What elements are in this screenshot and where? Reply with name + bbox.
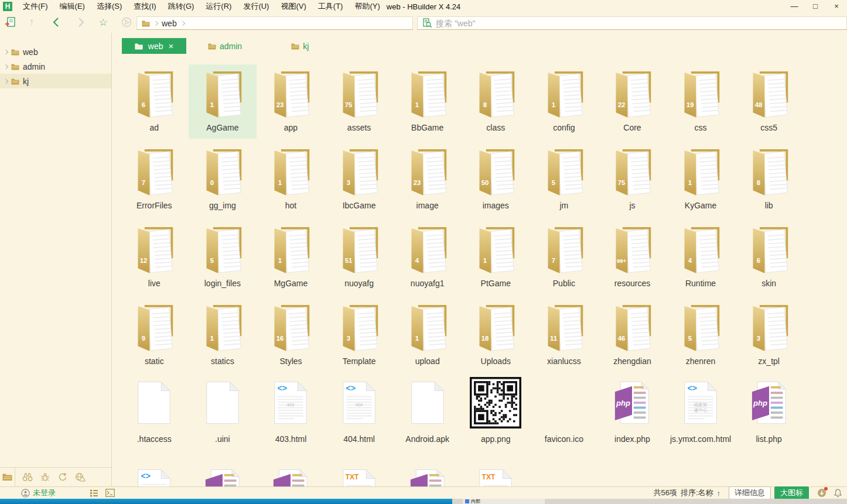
menu-item[interactable]: 选择(S) — [91, 0, 128, 13]
folder-item-config[interactable]: 1 config — [530, 64, 599, 139]
file-item-partial[interactable]: <> — [120, 464, 189, 486]
folder-item-upload[interactable]: 1 upload — [393, 298, 462, 372]
folder-item-IbcGame[interactable]: 3 IbcGame — [325, 142, 394, 217]
file-item-partial[interactable]: php — [393, 464, 462, 486]
breadcrumb-path[interactable]: web — [162, 19, 177, 28]
file-item-index.php[interactable]: php index.php — [598, 376, 667, 450]
folder-item-live[interactable]: 12 live — [120, 220, 189, 294]
menu-item[interactable]: 跳转(G) — [162, 0, 200, 13]
file-item-404.html[interactable]: <> 404 404.html — [325, 376, 394, 450]
menu-item[interactable]: 工具(T) — [312, 0, 349, 13]
menu-item[interactable]: 帮助(Y) — [349, 0, 385, 13]
folder-item-app[interactable]: 23 app — [257, 64, 325, 139]
tab-close-icon[interactable]: × — [168, 42, 173, 50]
up-arrow-icon[interactable]: ↑ — [25, 15, 39, 29]
sidebar-tree-item-web[interactable]: web — [0, 44, 111, 59]
file-item-partial[interactable]: php — [257, 464, 325, 486]
file-item-partial[interactable]: TXT — [462, 464, 530, 486]
search-input[interactable] — [436, 19, 811, 28]
refresh-icon[interactable] — [54, 468, 71, 486]
file-item-favicon.ico[interactable]: favicon.ico — [530, 376, 599, 450]
folder-item-nuoyafg[interactable]: 51 nuoyafg — [325, 220, 394, 294]
menu-item[interactable]: 视图(V) — [275, 0, 312, 13]
search-box[interactable] — [417, 16, 847, 30]
web-preview-globe-icon[interactable] — [71, 468, 89, 486]
taskbar-item[interactable]: 内部 — [463, 499, 545, 504]
folder-item-ad[interactable]: 6 ad — [120, 64, 189, 139]
folder-item-zx_tpl[interactable]: 3 zx_tpl — [735, 298, 803, 372]
sort-direction-arrow[interactable]: ↑ — [717, 489, 721, 498]
folder-item-Core[interactable]: 22 Core — [598, 64, 667, 139]
forward-icon[interactable] — [74, 15, 88, 29]
breadcrumb[interactable]: web — [136, 16, 413, 30]
folder-item-login_files[interactable]: 5 login_files — [189, 220, 257, 294]
large-icon-view-button[interactable]: 大图标 — [774, 486, 809, 499]
file-item-app.png[interactable]: app.png — [462, 376, 530, 450]
folder-item-gg_img[interactable]: 0 gg_img — [189, 142, 257, 217]
folder-item-zhengdian[interactable]: 46 zhengdian — [598, 298, 667, 372]
file-item-Android.apk[interactable]: Android.apk — [393, 376, 462, 450]
menu-item[interactable]: 发行(U) — [237, 0, 275, 13]
folder-item-css5[interactable]: 48 css5 — [735, 64, 803, 139]
file-item-.htaccess[interactable]: .htaccess — [120, 376, 189, 450]
new-file-icon[interactable] — [4, 15, 18, 29]
terminal-icon[interactable] — [105, 489, 115, 497]
project-explorer-icon[interactable] — [0, 468, 15, 486]
folder-item-Public[interactable]: 7 Public — [530, 220, 599, 294]
maximize-button[interactable]: □ — [805, 0, 826, 13]
sort-label[interactable]: 排序:名称 — [681, 488, 713, 498]
folder-item-Runtime[interactable]: 4 Runtime — [667, 220, 735, 294]
bell-icon[interactable] — [834, 489, 842, 498]
file-item-js.ymxt.com.html[interactable]: <> 线路加 速中心 js.ymxt.com.html — [667, 376, 735, 450]
folder-item-class[interactable]: 8 class — [462, 64, 530, 139]
folder-item-hot[interactable]: 1 hot — [257, 142, 325, 217]
folder-item-resources[interactable]: 99+ resources — [598, 220, 667, 294]
chevron-right-icon[interactable] — [4, 49, 8, 54]
folder-item-AgGame[interactable]: 1 AgGame — [189, 64, 257, 139]
file-item-.uini[interactable]: .uini — [189, 376, 257, 450]
file-item-403.html[interactable]: <> 403 403.html — [257, 376, 325, 450]
chevron-right-icon[interactable] — [4, 78, 8, 83]
update-notification-icon[interactable] — [817, 488, 826, 498]
folder-item-lib[interactable]: 8 lib — [735, 142, 803, 217]
tab-admin[interactable]: admin — [208, 38, 242, 54]
folder-item-Styles[interactable]: 16 Styles — [257, 298, 325, 372]
folder-item-xianlucss[interactable]: 11 xianlucss — [530, 298, 599, 372]
file-item-partial[interactable]: TXT — [325, 464, 394, 486]
menu-item[interactable]: 运行(R) — [200, 0, 237, 13]
menu-item[interactable]: 文件(F) — [17, 0, 54, 13]
run-icon[interactable] — [119, 15, 134, 29]
tab-kj[interactable]: kj — [291, 38, 309, 54]
folder-item-skin[interactable]: 6 skin — [735, 220, 803, 294]
search-binoculars-icon[interactable] — [19, 468, 36, 486]
folder-item-BbGame[interactable]: 1 BbGame — [393, 64, 462, 139]
tab-web[interactable]: web × — [122, 38, 186, 54]
list-view-icon[interactable] — [90, 489, 98, 497]
folder-item-nuoyafg1[interactable]: 4 nuoyafg1 — [393, 220, 462, 294]
menu-item[interactable]: 查找(I) — [128, 0, 162, 13]
folder-item-css[interactable]: 19 css — [667, 64, 735, 139]
folder-item-ErrorFiles[interactable]: 7 ErrorFiles — [120, 142, 189, 217]
folder-item-jm[interactable]: 5 jm — [530, 142, 599, 217]
chevron-right-icon[interactable] — [4, 64, 8, 68]
folder-item-Template[interactable]: 3 Template — [325, 298, 394, 372]
debug-bug-icon[interactable] — [36, 468, 54, 486]
menu-item[interactable]: 编辑(E) — [54, 0, 91, 13]
detail-view-button[interactable]: 详细信息 — [729, 486, 771, 499]
folder-item-static[interactable]: 9 static — [120, 298, 189, 372]
sidebar-tree-item-admin[interactable]: admin — [0, 59, 111, 74]
folder-item-image[interactable]: 23 image — [393, 142, 462, 217]
file-item-list.php[interactable]: php list.php — [735, 376, 803, 450]
favorite-star-icon[interactable]: ☆ — [96, 15, 110, 29]
folder-item-PtGame[interactable]: 1 PtGame — [462, 220, 530, 294]
back-icon[interactable] — [49, 15, 63, 29]
folder-item-statics[interactable]: 1 statics — [189, 298, 257, 372]
folder-item-MgGame[interactable]: 1 MgGame — [257, 220, 325, 294]
folder-item-KyGame[interactable]: 1 KyGame — [667, 142, 735, 217]
file-item-partial[interactable]: php — [189, 464, 257, 486]
folder-item-images[interactable]: 50 images — [462, 142, 530, 217]
minimize-button[interactable]: — — [784, 0, 805, 13]
folder-item-Uploads[interactable]: 18 Uploads — [462, 298, 530, 372]
folder-item-assets[interactable]: 75 assets — [325, 64, 394, 139]
folder-item-js[interactable]: 75 js — [598, 142, 667, 217]
